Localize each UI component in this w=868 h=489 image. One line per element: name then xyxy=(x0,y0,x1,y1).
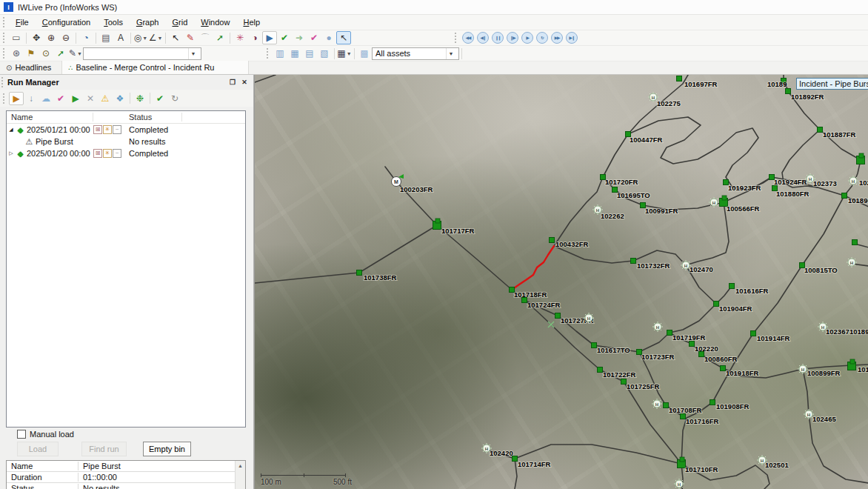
expander-expanded-icon[interactable]: ◢ xyxy=(7,127,16,133)
asset-filter-combo[interactable]: All assets▼ xyxy=(372,47,459,60)
map-hydrant-unlabeled[interactable]: H xyxy=(674,479,684,489)
fast-forward-icon[interactable]: ▶▶ xyxy=(551,32,563,44)
map-node-101724FR[interactable]: 101724FR xyxy=(522,298,561,310)
map-hydrant-102275[interactable]: H102275 xyxy=(648,92,681,107)
menu-file[interactable]: File xyxy=(9,16,36,28)
goto-icon[interactable]: ➜ xyxy=(292,31,307,44)
ok-results-icon[interactable]: ✔ xyxy=(153,92,167,105)
map-node-101914FR[interactable]: 101914FR xyxy=(751,331,790,343)
pipe-link[interactable] xyxy=(359,225,437,273)
zoom-in-icon[interactable]: ⊕ xyxy=(44,31,59,44)
map-node-100815TO[interactable]: 100815TO xyxy=(800,263,838,275)
map-node-101717FR[interactable]: 101717FR xyxy=(433,219,475,235)
properties-scrollbar[interactable]: ▲ xyxy=(235,461,245,489)
chevron-down-icon[interactable]: ▼ xyxy=(157,36,162,41)
vertex-edit-icon[interactable]: ✎ xyxy=(183,31,198,44)
map-node-101880FR[interactable]: 101880FR xyxy=(772,186,809,199)
pipe-link[interactable] xyxy=(686,202,729,265)
commit-run-icon[interactable]: ✔ xyxy=(53,92,68,105)
pipe-link[interactable] xyxy=(515,459,517,489)
trace-icon[interactable]: ➚ xyxy=(53,47,68,60)
map-node-101710FR[interactable]: 101710FR xyxy=(678,457,718,473)
map-node-101616FR[interactable]: 101616FR xyxy=(730,284,769,296)
locate-icon[interactable]: ◎▼ xyxy=(133,31,148,44)
map-node-101896[interactable]: 101896 xyxy=(842,193,868,205)
menu-configuration[interactable]: Configuration xyxy=(36,16,97,28)
refresh-icon[interactable]: ↻ xyxy=(167,92,182,105)
map-hydrant-102420[interactable]: H102420 xyxy=(481,443,513,457)
pipe-link[interactable] xyxy=(670,304,716,333)
map-hydrant-unlabeled[interactable]: H xyxy=(652,322,663,332)
map-node-100432FR[interactable]: 100432FR xyxy=(550,238,589,249)
map-hydrant-unlabeled[interactable]: H xyxy=(709,197,719,207)
menu-help[interactable]: Help xyxy=(236,16,267,28)
map-node-101908FR[interactable]: 101908FR xyxy=(710,400,750,411)
map-node-101718FR[interactable]: 101718FR xyxy=(510,287,547,299)
map-hydrant-102367[interactable]: H102367 xyxy=(818,322,849,336)
zoom-out-icon[interactable]: ⊖ xyxy=(59,31,73,44)
map-node-101716FR[interactable]: 101716FR xyxy=(681,414,719,426)
flip-label-icon[interactable]: A xyxy=(113,31,128,44)
select-cursor-icon[interactable]: ↖ xyxy=(168,31,183,44)
map-node-101720FR[interactable]: 101720FR xyxy=(601,175,638,187)
helm-icon[interactable]: ⊛ xyxy=(9,47,24,60)
play-icon[interactable]: ▶ xyxy=(521,32,533,44)
lasso-icon[interactable]: ⌒ xyxy=(198,31,213,44)
map-node-101722FR[interactable]: 101722FR xyxy=(598,367,636,379)
map-node-101708FR[interactable]: 101708FR xyxy=(664,403,702,415)
find-flag-icon[interactable]: ⚑ xyxy=(24,47,39,60)
chevron-down-icon[interactable]: ▼ xyxy=(347,51,352,56)
start-run-icon[interactable]: ▶ xyxy=(68,92,83,105)
map-node-101918FR[interactable]: 101918FR xyxy=(721,366,759,378)
shield-run-icon[interactable]: ❖ xyxy=(113,92,127,105)
map-node-100860FR[interactable]: 100860FR xyxy=(699,352,738,364)
map-node-101695TO[interactable]: 101695TO xyxy=(612,187,650,200)
map-hydrant-102501[interactable]: H102501 xyxy=(757,455,789,469)
map-node-101904FR[interactable]: 101904FR xyxy=(714,302,752,313)
horizontal-windows-icon[interactable]: ▤ xyxy=(302,47,317,60)
column-status[interactable]: Status xyxy=(126,113,182,122)
chevron-down-icon[interactable]: ▼ xyxy=(446,48,455,59)
chevron-down-icon[interactable]: ▼ xyxy=(188,48,198,59)
toolbar-grip-icon[interactable] xyxy=(3,48,6,59)
tile-windows-icon[interactable]: ▥ xyxy=(273,47,287,60)
toolbar-grip-icon[interactable] xyxy=(455,33,458,43)
table-row[interactable]: ⚠Pipe BurstNo results xyxy=(7,136,245,147)
vertical-windows-icon[interactable]: ▧ xyxy=(317,47,332,60)
xy-zoom-icon[interactable]: ⊙ xyxy=(39,47,53,60)
property-row[interactable]: NamePipe Burst xyxy=(7,461,235,472)
download-run-icon[interactable]: ↓ xyxy=(24,92,39,105)
pipe-link[interactable] xyxy=(255,75,276,82)
cascade-windows-icon[interactable]: ▦ xyxy=(287,47,302,60)
geoplan-map[interactable]: 10189101892FR101697FRH102275100447FR1018… xyxy=(254,75,868,489)
map-node-101725FR[interactable]: 101725FR xyxy=(621,379,660,391)
empty-bin-button[interactable]: Empty bin xyxy=(143,442,191,456)
map-node-unlabeled[interactable] xyxy=(857,153,865,164)
map-meter-100203FR[interactable]: M100203FR xyxy=(392,174,433,193)
pan-icon[interactable]: ✥ xyxy=(29,31,44,44)
map-node-101892FR[interactable]: 101892FR xyxy=(786,89,824,102)
map-node-101887FR[interactable]: 101887FR xyxy=(818,127,856,139)
map-node-101738FR[interactable]: 101738FR xyxy=(357,270,397,282)
tab-headlines[interactable]: ⊙Headlines xyxy=(0,61,62,74)
pipe-link[interactable] xyxy=(255,273,359,283)
run-sim-icon[interactable]: ▶ xyxy=(262,31,277,44)
incident-select-tool-icon[interactable]: ↖ xyxy=(336,31,351,44)
map-hydrant-102262[interactable]: H102262 xyxy=(592,204,624,220)
map-node-101697FR[interactable]: 101697FR xyxy=(677,76,718,89)
warning-run-icon[interactable]: ⚠ xyxy=(98,92,113,105)
run-manager-header[interactable]: Run Manager ❐ ✕ xyxy=(0,75,253,90)
map-hydrant-unlabeled[interactable]: H xyxy=(584,313,594,323)
pipe-link[interactable] xyxy=(628,117,772,190)
toolbar-grip-icon[interactable] xyxy=(267,48,270,59)
map-hydrant-1022[interactable]: H1022 xyxy=(848,176,868,187)
measure-icon[interactable]: ∠▼ xyxy=(148,31,163,44)
find-run-button[interactable]: Find run xyxy=(81,442,127,456)
replay-end-icon[interactable]: ▶❙ xyxy=(566,32,578,44)
tab-baseline-run[interactable]: ∴Baseline - Merge Control - Incident Ru xyxy=(62,61,249,74)
step-back-icon[interactable]: ◀❙ xyxy=(477,32,489,44)
map-node-101924FR[interactable]: 101924FR xyxy=(769,175,807,187)
cloud-run-icon[interactable]: ☁ xyxy=(39,92,53,105)
expander-collapsed-icon[interactable]: ▷ xyxy=(7,150,16,156)
panel-restore-button[interactable]: ❐ xyxy=(227,77,238,87)
